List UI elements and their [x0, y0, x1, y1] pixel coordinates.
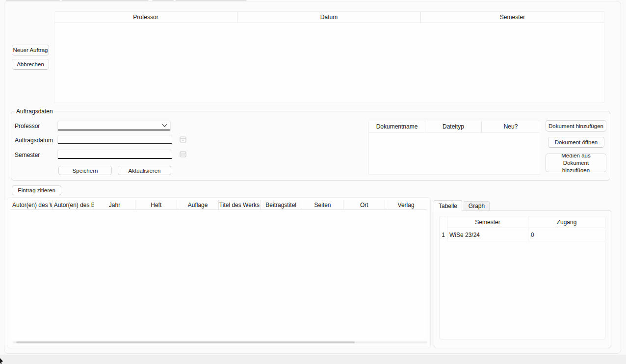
update-button[interactable]: Aktualisieren [118, 166, 171, 175]
calendar-icon[interactable] [180, 136, 186, 143]
entries-column-contribution-title[interactable]: Beitragstitel [261, 200, 302, 209]
entries-column-place[interactable]: Ort [343, 200, 385, 209]
add-document-button[interactable]: Dokument hinzufügen [546, 120, 606, 131]
order-date-field[interactable] [57, 135, 172, 144]
entries-column-year[interactable]: Jahr [94, 200, 136, 209]
documents-table-header: Dokumentname Dateityp Neu? [369, 121, 540, 132]
entries-column-pages[interactable]: Seiten [302, 200, 344, 209]
entries-table-body[interactable] [11, 210, 427, 339]
order-date-label: Auftragsdatum [15, 137, 53, 144]
tab-tabelle[interactable]: Tabelle [434, 200, 462, 211]
cite-entry-button[interactable]: Eintrag zitieren [12, 185, 61, 195]
top-edge-segment [62, 0, 148, 1]
add-media-from-document-button[interactable]: Medien aus Dokument hinzufügen [546, 154, 606, 172]
entries-column-contribution-authors[interactable]: Autor(en) des Beitrags [52, 200, 94, 209]
stats-column-semester[interactable]: Semester [447, 216, 528, 228]
entries-column-edition[interactable]: Auflage [177, 200, 219, 209]
cancel-button[interactable]: Abbrechen [12, 59, 49, 70]
stats-cell-semester[interactable]: WiSe 23/24 [447, 229, 528, 241]
tab-graph[interactable]: Graph [464, 201, 490, 210]
save-button[interactable]: Speichern [58, 166, 112, 175]
entries-column-work-title[interactable]: Titel des Werks [219, 200, 261, 209]
order-date-input[interactable] [58, 136, 172, 144]
open-document-button[interactable]: Dokument öffnen [548, 137, 604, 148]
professor-label: Professor [15, 123, 40, 130]
semester-field[interactable] [57, 150, 172, 159]
entries-column-issue[interactable]: Heft [135, 200, 177, 209]
orders-table-body[interactable] [54, 23, 604, 103]
app-window: Professor Datum Semester Neuer Auftrag A… [0, 0, 626, 364]
semester-label: Semester [15, 152, 40, 158]
new-order-button[interactable]: Neuer Auftrag [12, 45, 49, 55]
tab-tabelle-label: Tabelle [439, 203, 457, 209]
documents-column-name[interactable]: Dokumentname [369, 121, 425, 132]
documents-column-new[interactable]: Neu? [482, 121, 540, 132]
order-form-legend: Auftragsdaten [15, 108, 54, 115]
entries-column-work-authors[interactable]: Autor(en) des Werks [11, 200, 52, 209]
tab-graph-label: Graph [469, 203, 485, 209]
orders-column-datum[interactable]: Datum [237, 12, 421, 23]
orders-table-header: Professor Datum Semester [54, 12, 604, 23]
chevron-down-icon[interactable] [162, 124, 167, 127]
professor-combobox[interactable] [57, 121, 171, 130]
entries-hscrollbar-thumb[interactable] [16, 341, 355, 343]
stats-row-index: 1 [440, 229, 447, 241]
orders-table: Professor Datum Semester [54, 11, 604, 103]
orders-column-professor[interactable]: Professor [54, 12, 237, 23]
documents-table: Dokumentname Dateityp Neu? [368, 121, 540, 175]
top-edge-segment [6, 0, 60, 1]
top-edge-segment [152, 0, 174, 1]
professor-combobox-value[interactable] [58, 122, 170, 130]
documents-table-body[interactable] [369, 132, 540, 174]
stats-cell-zugang[interactable]: 0 [528, 229, 605, 241]
calendar-icon[interactable] [180, 151, 186, 157]
orders-column-semester[interactable]: Semester [421, 12, 604, 23]
entries-table-header: Autor(en) des Werks Autor(en) des Beitra… [11, 200, 427, 210]
footer-strip [0, 355, 626, 364]
documents-column-filetype[interactable]: Dateityp [425, 121, 482, 132]
stats-column-zugang[interactable]: Zugang [528, 216, 605, 228]
top-edge-segment [176, 0, 246, 1]
semester-input[interactable] [58, 151, 172, 159]
entries-column-publisher[interactable]: Verlag [385, 200, 427, 209]
